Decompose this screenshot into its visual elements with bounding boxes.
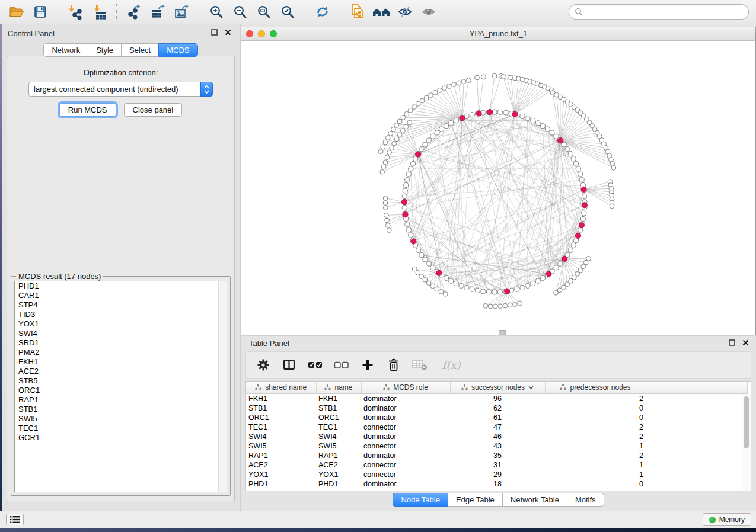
network-node[interactable]	[497, 290, 502, 294]
satellite-node[interactable]	[385, 223, 390, 227]
run-mcds-button[interactable]: Run MCDS	[59, 103, 116, 117]
network-node[interactable]	[406, 172, 411, 177]
satellite-node[interactable]	[385, 155, 390, 160]
satellite-node[interactable]	[407, 120, 412, 125]
network-node[interactable]	[430, 134, 435, 139]
cell[interactable]: 43	[450, 441, 545, 451]
tab-style[interactable]: Style	[88, 43, 121, 57]
network-node[interactable]	[449, 121, 454, 126]
network-node[interactable]	[426, 138, 431, 143]
network-node[interactable]	[481, 289, 486, 294]
cell[interactable]: TEC1	[316, 422, 361, 432]
mcds-result-item[interactable]: TEC1	[15, 424, 227, 433]
satellite-node[interactable]	[452, 82, 457, 87]
cell[interactable]: PHD1	[246, 479, 316, 489]
dominator-node[interactable]	[411, 239, 416, 244]
mcds-result-item[interactable]: YOX1	[15, 319, 227, 329]
satellite-node[interactable]	[433, 90, 438, 95]
cell[interactable]: RAP1	[246, 451, 316, 460]
cell[interactable]: PHD1	[316, 479, 361, 489]
dominator-node[interactable]	[460, 116, 465, 121]
network-window-titlebar[interactable]: YPA_prune.txt_1	[241, 27, 755, 41]
satellite-node[interactable]	[481, 75, 486, 79]
satellite-node[interactable]	[498, 304, 503, 309]
satellite-node[interactable]	[513, 302, 518, 307]
network-node[interactable]	[582, 194, 587, 198]
cell[interactable]: dominator	[361, 432, 450, 441]
cell[interactable]: ORC1	[316, 413, 361, 422]
tab-select[interactable]: Select	[121, 43, 158, 57]
network-node[interactable]	[565, 147, 570, 152]
satellite-node[interactable]	[412, 267, 417, 271]
cell[interactable]: TEC1	[246, 422, 316, 432]
dominator-node[interactable]	[505, 289, 510, 294]
cell[interactable]: 62	[450, 403, 545, 413]
dominator-node[interactable]	[546, 271, 551, 277]
satellite-node[interactable]	[381, 145, 385, 149]
cell[interactable]: 0	[545, 403, 646, 413]
satellite-node[interactable]	[430, 284, 435, 289]
satellite-node[interactable]	[429, 93, 433, 98]
cell[interactable]: dominator	[361, 394, 450, 404]
network-node[interactable]	[545, 127, 550, 132]
satellite-node[interactable]	[397, 133, 402, 137]
export-table-button[interactable]	[146, 2, 170, 22]
save-session-button[interactable]	[28, 2, 52, 22]
zoom-fit-button[interactable]	[252, 2, 276, 22]
satellite-node[interactable]	[394, 123, 399, 128]
export-network-button[interactable]	[122, 2, 146, 22]
network-node[interactable]	[470, 113, 474, 117]
dominator-node[interactable]	[436, 270, 442, 275]
network-node[interactable]	[554, 265, 559, 270]
satellite-node[interactable]	[390, 146, 394, 150]
cell[interactable]: 1	[545, 441, 646, 451]
network-node[interactable]	[430, 265, 435, 270]
table-row[interactable]: SWI4SWI4dominator462	[246, 432, 747, 441]
satellite-node[interactable]	[483, 303, 488, 308]
satellite-node[interactable]	[385, 218, 390, 223]
deselect-all-button[interactable]	[334, 357, 349, 373]
satellite-node[interactable]	[388, 132, 393, 136]
satellite-node[interactable]	[392, 141, 397, 146]
memory-button[interactable]: Memory	[703, 513, 751, 526]
satellite-node[interactable]	[461, 79, 466, 84]
satellite-node[interactable]	[383, 201, 388, 206]
cell[interactable]: connector	[361, 441, 450, 451]
network-node[interactable]	[535, 121, 540, 126]
network-node[interactable]	[475, 288, 480, 293]
dominator-node[interactable]	[562, 256, 567, 261]
satellite-node[interactable]	[381, 165, 386, 169]
cell[interactable]: 46	[450, 432, 545, 441]
network-node[interactable]	[525, 116, 530, 121]
network-node[interactable]	[419, 252, 424, 257]
mcds-result-item[interactable]: GCR1	[15, 433, 227, 443]
satellite-node[interactable]	[492, 73, 497, 78]
cell[interactable]: dominator	[361, 413, 450, 422]
network-node[interactable]	[503, 110, 508, 115]
satellite-node[interactable]	[412, 105, 417, 110]
network-node[interactable]	[423, 142, 428, 147]
cell[interactable]: 31	[450, 460, 545, 470]
network-node[interactable]	[423, 257, 428, 262]
delete-table-button[interactable]	[412, 357, 428, 373]
network-node[interactable]	[558, 261, 563, 266]
mcds-list-scrollbar[interactable]	[218, 281, 227, 492]
network-node[interactable]	[540, 275, 545, 280]
mcds-result-item[interactable]: ORC1	[15, 386, 227, 395]
table-scrollbar[interactable]	[742, 394, 751, 491]
network-node[interactable]	[439, 127, 444, 132]
satellite-node[interactable]	[391, 127, 396, 132]
cell[interactable]: 1	[545, 460, 646, 470]
mcds-result-item[interactable]: FKH1	[15, 357, 227, 367]
network-node[interactable]	[409, 233, 413, 238]
network-node[interactable]	[531, 281, 535, 286]
dominator-node[interactable]	[403, 212, 408, 217]
network-node[interactable]	[486, 290, 491, 294]
dominator-node[interactable]	[487, 110, 492, 115]
network-node[interactable]	[497, 110, 502, 114]
tab-edge-table[interactable]: Edge Table	[448, 493, 502, 507]
mcds-result-item[interactable]: SWI4	[15, 329, 227, 338]
cell[interactable]: 47	[450, 422, 545, 432]
table-row[interactable]: FKH1FKH1dominator962	[246, 394, 747, 404]
satellite-node[interactable]	[503, 303, 508, 308]
